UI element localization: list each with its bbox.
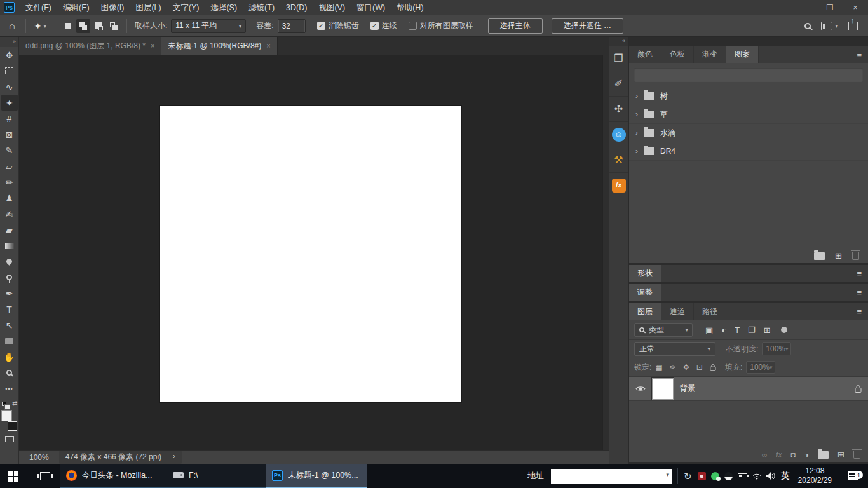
plugin-panel-button-blue[interactable]: ☺ <box>609 122 628 147</box>
document-tab-untitled[interactable]: 未标题-1 @ 100%(RGB/8#) × <box>161 37 277 55</box>
chevron-right-icon[interactable]: › <box>635 110 638 119</box>
lock-transparency-icon[interactable]: ▦ <box>655 363 662 371</box>
eyedropper-tool[interactable]: ✎ <box>1 142 18 158</box>
path-select-tool[interactable]: ↖ <box>1 317 18 333</box>
clone-stamp-tool[interactable]: ♟ <box>1 190 18 206</box>
brush-tool[interactable]: ✏ <box>1 174 18 190</box>
search-icon[interactable] <box>804 23 811 29</box>
link-layers-icon[interactable]: ∞ <box>762 451 768 459</box>
menu-3d[interactable]: 3D(D) <box>280 0 313 15</box>
menu-filter[interactable]: 滤镜(T) <box>243 0 280 15</box>
filter-adjustment-layers-icon[interactable]: ◐ <box>721 326 726 334</box>
pattern-folder-row[interactable]: › 草 <box>629 105 868 124</box>
plugin-panel-button-fx[interactable]: fx <box>609 173 628 198</box>
tab-layers[interactable]: 图层 <box>629 303 661 320</box>
layer-thumbnail[interactable] <box>652 378 674 400</box>
menu-window[interactable]: 窗口(W) <box>351 0 391 15</box>
toolbar-collapse[interactable]: » <box>0 37 18 47</box>
quick-mask-button[interactable] <box>5 436 14 442</box>
rectangle-tool[interactable] <box>1 333 18 349</box>
move-tool[interactable]: ✥ <box>1 47 18 63</box>
sample-all-layers-checkbox[interactable]: 对所有图层取样 <box>409 20 473 31</box>
tab-paths[interactable]: 路径 <box>694 303 726 320</box>
hand-tool[interactable]: ✋ <box>1 349 18 365</box>
pattern-folder-row[interactable]: › DR4 <box>629 142 868 161</box>
start-button[interactable] <box>0 464 31 488</box>
chevron-right-icon[interactable]: › <box>635 92 638 100</box>
home-icon[interactable]: ⌂ <box>9 21 15 31</box>
tab-channels[interactable]: 通道 <box>661 303 694 320</box>
refresh-icon[interactable]: ↻ <box>684 471 692 481</box>
layer-row-background[interactable]: 背景 <box>629 377 868 401</box>
pattern-folder-row[interactable]: › 树 <box>629 87 868 105</box>
panel-menu-icon[interactable]: ≡ <box>850 46 868 63</box>
delete-icon[interactable] <box>852 252 859 260</box>
delete-layer-icon[interactable] <box>853 451 860 459</box>
action-center-button[interactable]: 1 <box>840 471 865 480</box>
add-to-selection-button[interactable] <box>76 19 90 33</box>
menu-edit[interactable]: 编辑(E) <box>57 0 95 15</box>
new-layer-icon[interactable]: ⊞ <box>837 451 844 459</box>
tab-gradients[interactable]: 渐变 <box>694 46 726 63</box>
blur-tool[interactable] <box>1 254 18 269</box>
new-pattern-icon[interactable]: ⊞ <box>835 252 842 260</box>
pattern-search-bar[interactable] <box>634 68 863 82</box>
lasso-tool[interactable]: ∿ <box>1 79 18 95</box>
new-selection-button[interactable] <box>61 19 75 33</box>
tab-shapes[interactable]: 形状 <box>629 265 661 282</box>
filter-toggle[interactable] <box>781 327 787 333</box>
layer-style-fx-icon[interactable]: fx <box>776 451 782 459</box>
wechat-icon[interactable] <box>711 472 719 480</box>
canvas-viewport[interactable] <box>19 55 609 450</box>
brushes-panel-button[interactable]: ✐ <box>609 71 628 97</box>
restore-button[interactable]: ❐ <box>817 0 843 15</box>
menu-file[interactable]: 文件(F) <box>20 0 57 15</box>
marquee-tool[interactable] <box>1 63 18 79</box>
plugin-panel-button-brushes[interactable]: ⚒ <box>609 147 628 173</box>
fill-value[interactable]: 100% ▾ <box>746 361 775 374</box>
frame-tool[interactable]: ⊠ <box>1 126 18 142</box>
menu-image[interactable]: 图像(I) <box>95 0 130 15</box>
tab-adjustments[interactable]: 调整 <box>629 284 661 301</box>
pattern-folder-row[interactable]: › 水滴 <box>629 124 868 142</box>
dodge-tool[interactable] <box>1 269 18 285</box>
task-view-button[interactable] <box>31 464 60 488</box>
new-group-folder-icon[interactable] <box>814 252 825 260</box>
vertical-scrollbar[interactable] <box>602 55 609 450</box>
menu-layer[interactable]: 图层(L) <box>130 0 166 15</box>
lock-position-icon[interactable]: ✥ <box>683 363 689 371</box>
foreground-color-swatch[interactable] <box>1 410 12 421</box>
chevron-right-icon[interactable]: › <box>635 128 638 137</box>
pen-tool[interactable]: ✒ <box>1 285 18 301</box>
address-input[interactable] <box>551 469 672 484</box>
filter-type-layers-icon[interactable]: T <box>735 326 740 334</box>
tab-patterns[interactable]: 图案 <box>726 46 759 63</box>
document-tab-ddd[interactable]: ddd.png @ 100% (图层 1, RGB/8) * × <box>19 37 161 55</box>
panel-menu-icon[interactable]: ≡ <box>850 303 868 320</box>
filter-type-select[interactable]: 类型 ▾ <box>634 323 693 337</box>
dock-collapse[interactable]: « <box>609 37 628 46</box>
lock-pixels-icon[interactable]: ✑ <box>670 363 676 371</box>
lock-artboard-icon[interactable]: ⊡ <box>696 363 703 371</box>
taskbar-clock[interactable]: 12:08 2020/2/29 <box>798 466 832 485</box>
close-icon[interactable]: × <box>266 42 270 50</box>
intersect-selection-button[interactable] <box>107 19 121 33</box>
new-adjustment-layer-icon[interactable]: ◑ <box>804 451 809 459</box>
contiguous-checkbox[interactable]: ✓ 连续 <box>370 20 397 31</box>
background-color-swatch[interactable] <box>8 421 17 431</box>
zoom-tool[interactable] <box>1 365 18 381</box>
magic-wand-tool[interactable]: ✦ <box>1 95 18 111</box>
antialias-checkbox[interactable]: ✓ 消除锯齿 <box>317 20 359 31</box>
taskbar-firefox-button[interactable]: 今日头条 - Mozilla... <box>60 464 166 488</box>
menu-type[interactable]: 文字(Y) <box>167 0 205 15</box>
spot-healing-tool[interactable]: ▱ <box>1 158 18 174</box>
tray-app-red-icon[interactable] <box>698 472 706 480</box>
swap-colors-icon[interactable]: ⇄ <box>12 400 17 407</box>
tab-swatches[interactable]: 色板 <box>661 46 694 63</box>
history-brush-tool[interactable]: ✍ <box>1 206 18 222</box>
gradient-tool[interactable] <box>1 238 18 254</box>
tolerance-input[interactable] <box>278 19 306 33</box>
battery-icon[interactable] <box>738 473 747 478</box>
filter-pixel-layers-icon[interactable]: ▣ <box>705 326 713 334</box>
chevron-right-icon[interactable]: › <box>635 147 638 156</box>
